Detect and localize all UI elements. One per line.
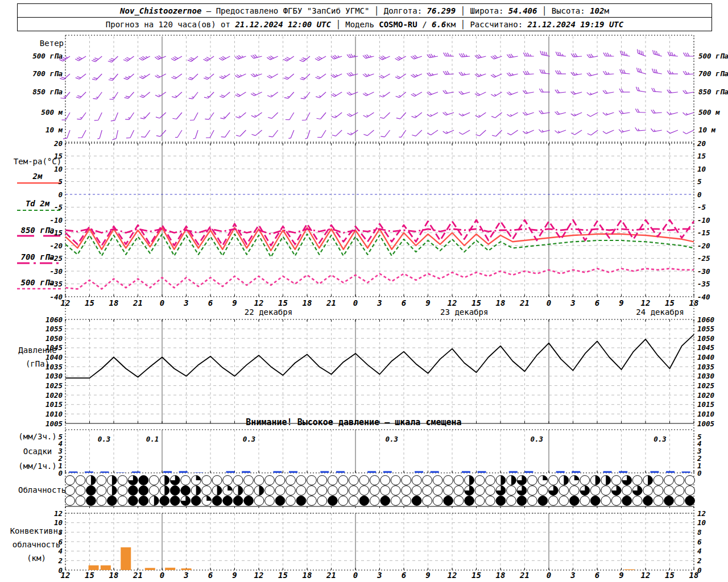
cloud-row-2 [65,496,695,506]
precip-amount-label: 0.1 [146,435,159,443]
hour-label-mid: 3 [570,298,575,307]
temp-ytick-right: 0 [697,190,702,199]
pressure-ytick-right: 1045 [697,343,715,352]
wind-level-label-left: 500 м [41,108,63,117]
meteogram-canvas: 0.30.10.30.30.30.32020151510105500-5-5-1… [0,0,728,582]
pressure-ytick-right: 1010 [697,410,714,418]
pressure-ytick-left: 1030 [46,372,63,380]
temp-ytick-right: -10 [697,216,710,225]
cloud-row-0 [65,476,695,485]
conv-ytick-right: 6 [697,538,702,546]
legend-2m-label: 2м [13,172,63,181]
hour-label-bottom: 21 [133,571,143,580]
wind-panel-title: Ветер [11,39,64,48]
conv-ytick-right: 2 [697,556,702,565]
temp-ytick-right: -35 [697,280,710,288]
meteogram-page: Nov_Chistoozernoe — Предоставлено ФГБУ "… [0,0,728,582]
hour-label-mid: 12 [641,298,651,307]
hour-label-mid: 6 [595,298,599,307]
hour-label-bottom: 9 [232,571,237,580]
temp-ytick-left: -20 [49,242,63,250]
cloud-panel-title: Облачность [18,485,66,494]
hour-label-bottom: 15 [665,571,675,580]
pressure-ytick-left: 1005 [46,419,63,428]
conv-ytick-left: 12 [54,509,63,518]
pressure-ytick-right: 1040 [697,353,714,361]
pressure-ytick-right: 1035 [697,363,715,371]
wind-barbs-row-0 [59,49,694,63]
hour-label-mid: 9 [425,298,430,307]
wind-level-label-right: 700 гПа [698,69,728,78]
precip-amount-label: 0.3 [98,435,111,443]
hour-label-mid: 3 [183,298,188,307]
hour-label-bottom: 3 [570,571,575,580]
wind-level-label-right: 500 гПа [698,52,728,60]
pressure-ytick-right: 1050 [697,334,714,343]
precip-amount-label: 0.3 [243,435,256,443]
convective-bars [89,547,635,570]
pressure-ytick-left: 1050 [46,334,63,343]
date-label: 23 декабря [440,307,488,317]
hour-label-bottom: 3 [377,571,382,580]
pressure-ytick-right: 1015 [697,400,715,409]
legend-td2m-label: Td 2м [13,199,63,208]
hour-label-mid: 6 [208,298,213,307]
hour-label-bottom: 3 [183,571,188,580]
precip-amount-labels: 0.30.10.30.30.30.3 [98,435,667,443]
pressure-axis-title-line2: (гПа) [13,359,63,368]
precip-amount-label: 0.3 [385,435,398,443]
hour-label-mid: 18 [689,298,699,307]
hour-label-bottom: 15 [471,571,481,580]
temp-ytick-right: -20 [697,242,710,250]
wind-level-label-left: 700 гПа [32,69,63,78]
conv-ytick-right: 8 [697,528,702,537]
temp-ytick-right: -5 [697,203,706,211]
hour-label-bottom: 12 [61,571,71,580]
cloud-cover [65,476,695,506]
hour-label-mid: 18 [109,298,119,307]
temp-ytick-left: 0 [58,190,63,199]
conv-axis-title-line2: облачность [8,540,65,549]
pressure-ytick-left: 1010 [46,410,63,418]
legend-850hpa-label: 850 гПа [13,226,63,235]
cloud-row-1 [65,486,695,496]
hour-label-bottom: 15 [278,571,288,580]
temp-ytick-right: -30 [697,267,710,276]
hour-label-mid: 0 [547,298,551,307]
precip-axis-title-line3: (мм/1ч.) [13,462,63,471]
pressure-ytick-right: 1030 [697,372,714,380]
pressure-ytick-left: 1055 [46,325,63,333]
temp-ytick-right: 10 [697,165,706,173]
hour-label-bottom: 18 [303,571,312,580]
hour-label-bottom: 9 [619,571,623,580]
hour-label-mid: 18 [496,298,506,307]
hour-label-mid: 3 [377,298,382,307]
temp-ytick-left: -10 [49,216,63,225]
wind-barbs [59,49,694,140]
precip-amount-label: 0.3 [653,435,667,443]
hour-label-bottom: 18 [689,571,699,580]
pressure-warning: Внимание! Высокое давление — шкала смеще… [183,417,524,427]
hour-label-mid: 21 [519,298,530,307]
precip-ytick-right: 0 [697,469,702,477]
temp-ytick-right: -15 [697,228,710,237]
hour-label-bottom: 15 [85,571,94,580]
hour-label-bottom: 6 [595,571,599,580]
hour-label-bottom: 0 [353,571,358,580]
legend-500hpa-label: 500 гПа [13,278,63,287]
wind-level-label-right: 500 м [698,108,720,117]
hour-label-bottom: 18 [109,571,119,580]
hour-label-mid: 15 [665,298,675,307]
date-label: 24 декабря [636,307,684,317]
conv-axis-title-line3: (км) [8,554,65,563]
hour-label-mid: 12 [61,298,71,307]
hour-label-bottom: 12 [448,571,457,580]
hour-label-mid: 9 [232,298,237,307]
precip-amount-label: 0.3 [530,435,543,443]
pressure-ytick-left: 1060 [46,315,63,324]
hour-label-mid: 15 [471,298,481,307]
temp-ytick-right: -40 [697,293,710,301]
temp-ytick-left: 20 [53,139,63,148]
pressure-ytick-left: 1025 [46,381,63,390]
hour-label-bottom: 6 [208,571,213,580]
